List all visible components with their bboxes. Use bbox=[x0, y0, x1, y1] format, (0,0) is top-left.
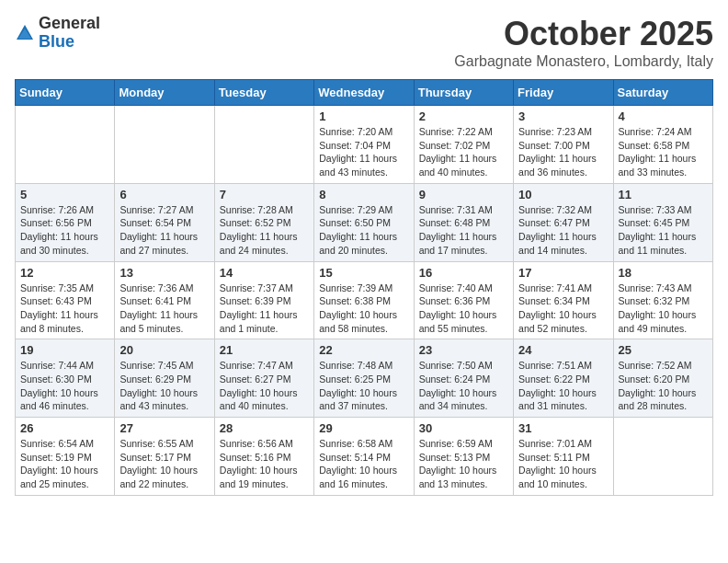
table-row: 17Sunrise: 7:41 AM Sunset: 6:34 PM Dayli… bbox=[514, 261, 613, 339]
day-info: Sunrise: 7:50 AM Sunset: 6:24 PM Dayligh… bbox=[419, 359, 508, 413]
page-header: General Blue October 2025 Garbagnate Mon… bbox=[15, 15, 713, 70]
table-row: 8Sunrise: 7:29 AM Sunset: 6:50 PM Daylig… bbox=[314, 183, 414, 261]
day-info: Sunrise: 7:47 AM Sunset: 6:27 PM Dayligh… bbox=[220, 359, 309, 413]
day-number: 31 bbox=[518, 421, 608, 435]
day-number: 12 bbox=[20, 266, 109, 280]
day-info: Sunrise: 7:43 AM Sunset: 6:32 PM Dayligh… bbox=[619, 282, 708, 336]
table-row: 18Sunrise: 7:43 AM Sunset: 6:32 PM Dayli… bbox=[613, 261, 712, 339]
day-info: Sunrise: 7:48 AM Sunset: 6:25 PM Dayligh… bbox=[319, 359, 408, 413]
day-number: 30 bbox=[419, 421, 508, 435]
col-wednesday: Wednesday bbox=[314, 80, 414, 106]
day-number: 1 bbox=[319, 109, 408, 123]
col-monday: Monday bbox=[115, 80, 214, 106]
day-info: Sunrise: 7:27 AM Sunset: 6:54 PM Dayligh… bbox=[119, 203, 209, 258]
day-info: Sunrise: 7:28 AM Sunset: 6:52 PM Dayligh… bbox=[220, 203, 309, 258]
day-info: Sunrise: 7:29 AM Sunset: 6:50 PM Dayligh… bbox=[319, 203, 408, 258]
day-info: Sunrise: 7:24 AM Sunset: 6:58 PM Dayligh… bbox=[619, 125, 708, 179]
day-number: 7 bbox=[220, 188, 309, 201]
col-sunday: Sunday bbox=[16, 80, 115, 106]
table-row: 20Sunrise: 7:45 AM Sunset: 6:29 PM Dayli… bbox=[115, 339, 214, 418]
day-info: Sunrise: 7:35 AM Sunset: 6:43 PM Dayligh… bbox=[20, 282, 109, 336]
day-info: Sunrise: 7:36 AM Sunset: 6:41 PM Dayligh… bbox=[119, 282, 209, 336]
table-row: 24Sunrise: 7:51 AM Sunset: 6:22 PM Dayli… bbox=[514, 339, 613, 418]
day-info: Sunrise: 7:26 AM Sunset: 6:56 PM Dayligh… bbox=[20, 203, 109, 258]
day-number: 25 bbox=[619, 343, 708, 357]
day-number: 9 bbox=[419, 188, 508, 201]
table-row: 28Sunrise: 6:56 AM Sunset: 5:16 PM Dayli… bbox=[214, 418, 313, 496]
table-row: 31Sunrise: 7:01 AM Sunset: 5:11 PM Dayli… bbox=[514, 418, 613, 496]
table-row: 4Sunrise: 7:24 AM Sunset: 6:58 PM Daylig… bbox=[613, 106, 712, 184]
table-row: 16Sunrise: 7:40 AM Sunset: 6:36 PM Dayli… bbox=[414, 261, 513, 339]
table-row: 26Sunrise: 6:54 AM Sunset: 5:19 PM Dayli… bbox=[16, 418, 115, 496]
day-info: Sunrise: 7:52 AM Sunset: 6:20 PM Dayligh… bbox=[619, 359, 708, 413]
day-info: Sunrise: 7:44 AM Sunset: 6:30 PM Dayligh… bbox=[20, 359, 109, 413]
table-row: 5Sunrise: 7:26 AM Sunset: 6:56 PM Daylig… bbox=[16, 183, 115, 261]
table-row: 22Sunrise: 7:48 AM Sunset: 6:25 PM Dayli… bbox=[314, 339, 414, 418]
day-number: 26 bbox=[20, 421, 109, 435]
calendar-week-row: 19Sunrise: 7:44 AM Sunset: 6:30 PM Dayli… bbox=[16, 339, 713, 418]
day-number: 16 bbox=[419, 266, 508, 280]
day-info: Sunrise: 7:22 AM Sunset: 7:02 PM Dayligh… bbox=[419, 125, 508, 179]
day-number: 8 bbox=[319, 188, 408, 201]
day-number: 14 bbox=[220, 266, 309, 280]
calendar-week-row: 26Sunrise: 6:54 AM Sunset: 5:19 PM Dayli… bbox=[16, 418, 713, 496]
table-row: 10Sunrise: 7:32 AM Sunset: 6:47 PM Dayli… bbox=[514, 183, 613, 261]
col-thursday: Thursday bbox=[414, 80, 513, 106]
table-row: 7Sunrise: 7:28 AM Sunset: 6:52 PM Daylig… bbox=[214, 183, 313, 261]
title-area: October 2025 Garbagnate Monastero, Lomba… bbox=[454, 15, 713, 70]
day-number: 17 bbox=[518, 266, 608, 280]
day-info: Sunrise: 7:01 AM Sunset: 5:11 PM Dayligh… bbox=[518, 437, 608, 491]
day-info: Sunrise: 7:23 AM Sunset: 7:00 PM Dayligh… bbox=[518, 125, 608, 179]
day-number: 11 bbox=[619, 188, 708, 201]
day-info: Sunrise: 6:59 AM Sunset: 5:13 PM Dayligh… bbox=[419, 437, 508, 491]
col-friday: Friday bbox=[514, 80, 613, 106]
day-number: 20 bbox=[119, 343, 209, 357]
day-info: Sunrise: 7:41 AM Sunset: 6:34 PM Dayligh… bbox=[518, 282, 608, 336]
calendar-week-row: 1Sunrise: 7:20 AM Sunset: 7:04 PM Daylig… bbox=[16, 106, 713, 184]
logo: General Blue bbox=[15, 15, 100, 52]
calendar-week-row: 12Sunrise: 7:35 AM Sunset: 6:43 PM Dayli… bbox=[16, 261, 713, 339]
day-number: 13 bbox=[119, 266, 209, 280]
table-row: 19Sunrise: 7:44 AM Sunset: 6:30 PM Dayli… bbox=[16, 339, 115, 418]
day-info: Sunrise: 7:33 AM Sunset: 6:45 PM Dayligh… bbox=[619, 203, 708, 258]
day-info: Sunrise: 7:20 AM Sunset: 7:04 PM Dayligh… bbox=[319, 125, 408, 179]
month-title: October 2025 bbox=[454, 15, 713, 53]
day-number: 6 bbox=[119, 188, 209, 201]
day-number: 3 bbox=[518, 109, 608, 123]
table-row: 30Sunrise: 6:59 AM Sunset: 5:13 PM Dayli… bbox=[414, 418, 513, 496]
day-number: 27 bbox=[119, 421, 209, 435]
day-number: 21 bbox=[220, 343, 309, 357]
day-number: 4 bbox=[619, 109, 708, 123]
col-saturday: Saturday bbox=[613, 80, 712, 106]
location-title: Garbagnate Monastero, Lombardy, Italy bbox=[454, 53, 713, 70]
logo-text: General Blue bbox=[39, 15, 100, 52]
logo-icon bbox=[15, 23, 35, 43]
day-number: 10 bbox=[518, 188, 608, 201]
table-row bbox=[115, 106, 214, 184]
table-row: 12Sunrise: 7:35 AM Sunset: 6:43 PM Dayli… bbox=[16, 261, 115, 339]
table-row bbox=[214, 106, 313, 184]
day-info: Sunrise: 7:37 AM Sunset: 6:39 PM Dayligh… bbox=[220, 282, 309, 336]
day-info: Sunrise: 7:31 AM Sunset: 6:48 PM Dayligh… bbox=[419, 203, 508, 258]
day-info: Sunrise: 6:54 AM Sunset: 5:19 PM Dayligh… bbox=[20, 437, 109, 491]
table-row bbox=[613, 418, 712, 496]
day-number: 2 bbox=[419, 109, 508, 123]
calendar-week-row: 5Sunrise: 7:26 AM Sunset: 6:56 PM Daylig… bbox=[16, 183, 713, 261]
day-number: 5 bbox=[20, 188, 109, 201]
table-row: 3Sunrise: 7:23 AM Sunset: 7:00 PM Daylig… bbox=[514, 106, 613, 184]
day-number: 19 bbox=[20, 343, 109, 357]
table-row: 15Sunrise: 7:39 AM Sunset: 6:38 PM Dayli… bbox=[314, 261, 414, 339]
table-row: 21Sunrise: 7:47 AM Sunset: 6:27 PM Dayli… bbox=[214, 339, 313, 418]
calendar-table: Sunday Monday Tuesday Wednesday Thursday… bbox=[15, 79, 713, 496]
table-row: 27Sunrise: 6:55 AM Sunset: 5:17 PM Dayli… bbox=[115, 418, 214, 496]
table-row: 2Sunrise: 7:22 AM Sunset: 7:02 PM Daylig… bbox=[414, 106, 513, 184]
table-row: 25Sunrise: 7:52 AM Sunset: 6:20 PM Dayli… bbox=[613, 339, 712, 418]
day-info: Sunrise: 7:32 AM Sunset: 6:47 PM Dayligh… bbox=[518, 203, 608, 258]
table-row: 9Sunrise: 7:31 AM Sunset: 6:48 PM Daylig… bbox=[414, 183, 513, 261]
table-row: 29Sunrise: 6:58 AM Sunset: 5:14 PM Dayli… bbox=[314, 418, 414, 496]
day-info: Sunrise: 7:40 AM Sunset: 6:36 PM Dayligh… bbox=[419, 282, 508, 336]
day-number: 28 bbox=[220, 421, 309, 435]
table-row: 6Sunrise: 7:27 AM Sunset: 6:54 PM Daylig… bbox=[115, 183, 214, 261]
calendar-header-row: Sunday Monday Tuesday Wednesday Thursday… bbox=[16, 80, 713, 106]
day-number: 29 bbox=[319, 421, 408, 435]
